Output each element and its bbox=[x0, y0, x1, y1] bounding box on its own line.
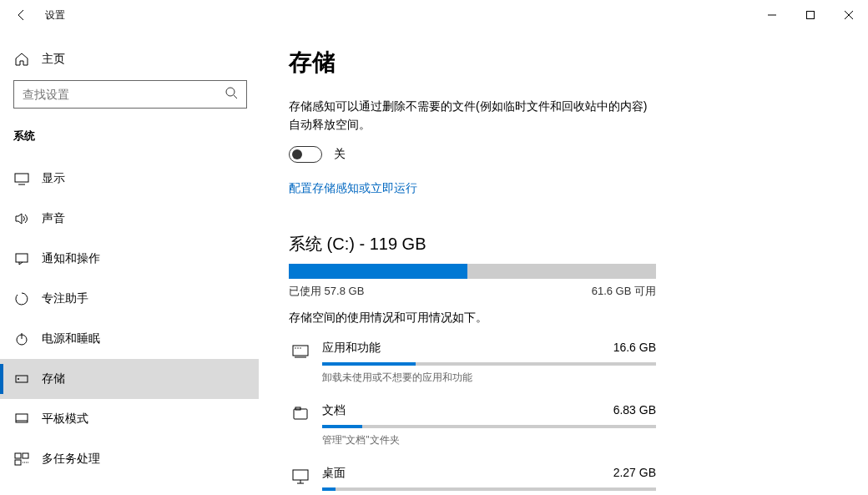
nav-item-storage[interactable]: 存储 bbox=[0, 359, 259, 399]
svg-point-21 bbox=[295, 347, 295, 348]
maximize-button[interactable] bbox=[791, 2, 830, 28]
svg-rect-16 bbox=[23, 453, 28, 458]
category-name: 应用和功能 bbox=[322, 341, 381, 356]
minimize-icon bbox=[768, 11, 776, 19]
nav-item-power[interactable]: 电源和睡眠 bbox=[0, 319, 259, 359]
category-sub: 管理"文档"文件夹 bbox=[322, 433, 656, 447]
category-bar-fill bbox=[322, 487, 336, 491]
home-icon bbox=[13, 52, 30, 67]
storage-icon bbox=[13, 371, 30, 386]
svg-rect-15 bbox=[15, 453, 21, 458]
nav-item-notifications[interactable]: 通知和操作 bbox=[0, 239, 259, 279]
drive-usage-bar bbox=[289, 264, 656, 279]
svg-point-4 bbox=[226, 88, 235, 96]
apps-icon bbox=[289, 342, 312, 361]
svg-rect-1 bbox=[807, 12, 815, 19]
content-area: 存储 存储感知可以通过删除不需要的文件(例如临时文件和回收站中的内容)自动释放空… bbox=[259, 30, 868, 495]
svg-rect-17 bbox=[15, 460, 21, 465]
arrow-left-icon bbox=[15, 8, 28, 22]
sidebar-section-header: 系统 bbox=[0, 119, 259, 152]
tablet-icon bbox=[13, 412, 30, 427]
sidebar: 主页 系统 显示 声音 通知和操作 bbox=[0, 30, 259, 495]
category-list: 应用和功能16.6 GB 卸载未使用或不想要的应用和功能 文档6.83 GB 管… bbox=[289, 341, 828, 495]
category-name: 文档 bbox=[322, 403, 346, 418]
storage-sense-toggle[interactable] bbox=[289, 146, 322, 163]
svg-point-22 bbox=[297, 347, 298, 348]
category-sub: 卸载未使用或不想要的应用和功能 bbox=[322, 371, 656, 385]
svg-point-23 bbox=[300, 347, 300, 348]
multitask-icon bbox=[13, 452, 30, 467]
svg-rect-26 bbox=[293, 470, 308, 480]
titlebar: 设置 bbox=[0, 0, 868, 30]
category-size: 16.6 GB bbox=[613, 341, 656, 356]
drive-free-label: 61.6 GB 可用 bbox=[592, 284, 656, 299]
close-icon bbox=[845, 11, 853, 19]
desktop-icon bbox=[289, 467, 312, 486]
power-icon bbox=[13, 331, 30, 346]
svg-rect-19 bbox=[293, 346, 308, 356]
documents-icon bbox=[289, 405, 312, 423]
focus-icon bbox=[13, 291, 30, 306]
back-button[interactable] bbox=[8, 2, 35, 28]
search-box[interactable] bbox=[13, 80, 247, 109]
category-apps[interactable]: 应用和功能16.6 GB 卸载未使用或不想要的应用和功能 bbox=[289, 341, 656, 385]
nav-list: 显示 声音 通知和操作 专注助手 电源和睡眠 存储 bbox=[0, 159, 259, 479]
category-size: 6.83 GB bbox=[613, 403, 656, 418]
display-icon bbox=[13, 171, 30, 186]
storage-sense-desc: 存储感知可以通过删除不需要的文件(例如临时文件和回收站中的内容)自动释放空间。 bbox=[289, 97, 656, 134]
notification-icon bbox=[13, 251, 30, 266]
search-icon bbox=[225, 86, 238, 103]
category-name: 桌面 bbox=[322, 466, 346, 481]
window-title: 设置 bbox=[45, 8, 65, 23]
category-size: 2.27 GB bbox=[613, 466, 656, 481]
maximize-icon bbox=[806, 11, 815, 19]
nav-item-focus[interactable]: 专注助手 bbox=[0, 279, 259, 319]
category-docs[interactable]: 文档6.83 GB 管理"文档"文件夹 bbox=[289, 403, 656, 447]
nav-item-tablet[interactable]: 平板模式 bbox=[0, 399, 259, 439]
svg-line-5 bbox=[234, 95, 237, 98]
minimize-button[interactable] bbox=[753, 2, 791, 28]
category-desktop[interactable]: 桌面2.27 GB 管理"桌面"文件夹 bbox=[289, 466, 656, 495]
svg-point-12 bbox=[18, 378, 19, 380]
drive-usage-fill bbox=[289, 264, 467, 279]
drive-section: 系统 (C:) - 119 GB 已使用 57.8 GB 61.6 GB 可用 … bbox=[289, 233, 828, 326]
nav-item-multitask[interactable]: 多任务处理 bbox=[0, 439, 259, 479]
page-title: 存储 bbox=[289, 47, 828, 78]
search-input[interactable] bbox=[23, 88, 225, 101]
drive-used-label: 已使用 57.8 GB bbox=[289, 284, 364, 299]
close-button[interactable] bbox=[830, 2, 868, 28]
toggle-state-label: 关 bbox=[334, 147, 346, 162]
svg-rect-6 bbox=[15, 174, 28, 182]
svg-rect-24 bbox=[294, 409, 307, 419]
nav-item-display[interactable]: 显示 bbox=[0, 159, 259, 199]
drive-title: 系统 (C:) - 119 GB bbox=[289, 233, 828, 255]
svg-rect-8 bbox=[16, 254, 28, 262]
home-label: 主页 bbox=[42, 52, 65, 67]
sound-icon bbox=[13, 211, 30, 226]
drive-desc: 存储空间的使用情况和可用情况如下。 bbox=[289, 311, 828, 326]
home-link[interactable]: 主页 bbox=[0, 45, 259, 73]
nav-item-sound[interactable]: 声音 bbox=[0, 199, 259, 239]
configure-storage-sense-link[interactable]: 配置存储感知或立即运行 bbox=[289, 181, 417, 196]
category-bar-fill bbox=[322, 425, 362, 428]
category-bar-fill bbox=[322, 362, 416, 366]
